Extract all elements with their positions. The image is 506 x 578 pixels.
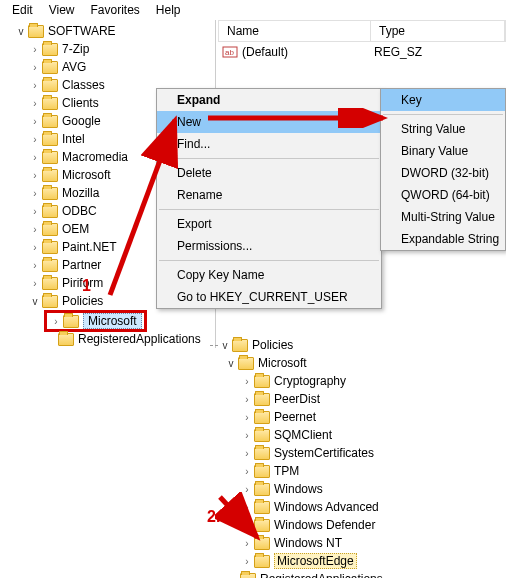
chevron-right-icon[interactable]: › — [240, 520, 254, 531]
tree-node[interactable]: ›Windows Advanced — [210, 498, 383, 516]
submenu-item-key[interactable]: Key — [381, 89, 505, 111]
submenu-item-expandable[interactable]: Expandable String — [381, 228, 505, 250]
chevron-right-icon[interactable]: › — [240, 376, 254, 387]
folder-icon — [42, 223, 58, 236]
chevron-right-icon[interactable]: › — [28, 62, 42, 73]
chevron-right-icon[interactable]: › — [28, 134, 42, 145]
chevron-right-icon[interactable]: › — [28, 260, 42, 271]
folder-icon — [254, 483, 270, 496]
tree-label: Intel — [62, 132, 85, 146]
menu-item-copykeyname[interactable]: Copy Key Name — [157, 264, 381, 286]
tree-node[interactable]: ›Peernet — [210, 408, 383, 426]
list-row[interactable]: ab (Default) REG_SZ — [218, 42, 506, 62]
chevron-right-icon[interactable]: › — [240, 502, 254, 513]
folder-icon — [42, 259, 58, 272]
chevron-right-icon[interactable]: › — [28, 170, 42, 181]
disclosure-icon[interactable]: v — [14, 26, 28, 37]
chevron-right-icon[interactable]: › — [28, 206, 42, 217]
disclosure-icon[interactable]: v — [224, 358, 238, 369]
chevron-right-icon[interactable]: › — [240, 538, 254, 549]
menu-bar: Edit View Favorites Help — [0, 0, 506, 20]
tree-node[interactable]: ›7-Zip — [0, 40, 215, 58]
chevron-right-icon[interactable]: › — [28, 44, 42, 55]
folder-icon — [254, 429, 270, 442]
chevron-right-icon[interactable]: › — [28, 278, 42, 289]
string-value-icon: ab — [222, 44, 238, 60]
chevron-right-icon[interactable]: › — [49, 316, 63, 327]
tree-node[interactable]: › RegisteredApplications — [0, 330, 215, 348]
chevron-right-icon[interactable]: › — [28, 80, 42, 91]
folder-icon — [28, 25, 44, 38]
submenu-item-multistring[interactable]: Multi-String Value — [381, 206, 505, 228]
chevron-right-icon[interactable]: › — [240, 430, 254, 441]
chevron-right-icon[interactable]: › — [28, 224, 42, 235]
folder-icon — [254, 447, 270, 460]
chevron-right-icon[interactable]: › — [28, 188, 42, 199]
tree-node[interactable]: ›TPM — [210, 462, 383, 480]
tree-label: Partner — [62, 258, 101, 272]
menu-edit[interactable]: Edit — [4, 1, 41, 19]
tree-node[interactable]: ›SystemCertificates — [210, 444, 383, 462]
folder-icon — [240, 573, 256, 579]
submenu-item-string[interactable]: String Value — [381, 118, 505, 140]
tree-label: Paint.NET — [62, 240, 117, 254]
menu-item-find[interactable]: Find... — [157, 133, 381, 155]
tree-node[interactable]: ›PeerDist — [210, 390, 383, 408]
menu-favorites[interactable]: Favorites — [82, 1, 147, 19]
tree-node[interactable]: › RegisteredApplications — [210, 570, 383, 578]
menu-item-new[interactable]: New ▶ — [157, 111, 381, 133]
submenu-item-dword[interactable]: DWORD (32-bit) — [381, 162, 505, 184]
menu-item-rename[interactable]: Rename — [157, 184, 381, 206]
tree-node-target[interactable]: › MicrosoftEdge — [210, 552, 383, 570]
menu-item-goto[interactable]: Go to HKEY_CURRENT_USER — [157, 286, 381, 308]
menu-item-export[interactable]: Export — [157, 213, 381, 235]
tree-label: Windows Advanced — [274, 500, 379, 514]
disclosure-icon[interactable]: v — [218, 340, 232, 351]
folder-icon — [42, 43, 58, 56]
col-type[interactable]: Type — [371, 21, 505, 41]
tree-node[interactable]: v Policies — [210, 336, 383, 354]
tree-label: SQMClient — [274, 428, 332, 442]
tree-node[interactable]: ›SQMClient — [210, 426, 383, 444]
chevron-right-icon[interactable]: › — [28, 116, 42, 127]
folder-icon — [42, 97, 58, 110]
tree-label: Peernet — [274, 410, 316, 424]
menu-separator — [383, 114, 503, 115]
chevron-right-icon[interactable]: › — [240, 412, 254, 423]
menu-item-permissions[interactable]: Permissions... — [157, 235, 381, 257]
tree-node-selected[interactable]: › Microsoft — [0, 312, 215, 330]
tree-label: SOFTWARE — [48, 24, 116, 38]
tree-node[interactable]: ›AVG — [0, 58, 215, 76]
tree-label: Mozilla — [62, 186, 99, 200]
value-name: (Default) — [242, 45, 374, 59]
tree-node[interactable]: ›Windows — [210, 480, 383, 498]
tree-node[interactable]: ›Windows Defender — [210, 516, 383, 534]
tree-root[interactable]: v SOFTWARE — [0, 22, 215, 40]
chevron-right-icon[interactable]: › — [28, 242, 42, 253]
chevron-right-icon[interactable]: › — [240, 448, 254, 459]
chevron-right-icon[interactable]: › — [28, 152, 42, 163]
menu-item-expand[interactable]: Expand — [157, 89, 381, 111]
chevron-right-icon[interactable]: › — [240, 556, 254, 567]
value-type: REG_SZ — [374, 45, 422, 59]
tree-label: Windows — [274, 482, 323, 496]
tree-label: Google — [62, 114, 101, 128]
tree-node[interactable]: ›Cryptography — [210, 372, 383, 390]
submenu-item-binary[interactable]: Binary Value — [381, 140, 505, 162]
tree-node[interactable]: v Microsoft — [210, 354, 383, 372]
chevron-right-icon[interactable]: › — [240, 484, 254, 495]
disclosure-icon[interactable]: v — [28, 296, 42, 307]
menu-help[interactable]: Help — [148, 1, 189, 19]
menu-view[interactable]: View — [41, 1, 83, 19]
chevron-right-icon[interactable]: › — [28, 98, 42, 109]
column-header[interactable]: Name Type — [218, 20, 506, 42]
submenu-item-qword[interactable]: QWORD (64-bit) — [381, 184, 505, 206]
chevron-right-icon[interactable]: › — [240, 466, 254, 477]
tree-node[interactable]: ›Windows NT — [210, 534, 383, 552]
col-name[interactable]: Name — [219, 21, 371, 41]
menu-item-delete[interactable]: Delete — [157, 162, 381, 184]
tree-label: PeerDist — [274, 392, 320, 406]
chevron-right-icon[interactable]: › — [240, 394, 254, 405]
tree-label: Cryptography — [274, 374, 346, 388]
tree-label: TPM — [274, 464, 299, 478]
